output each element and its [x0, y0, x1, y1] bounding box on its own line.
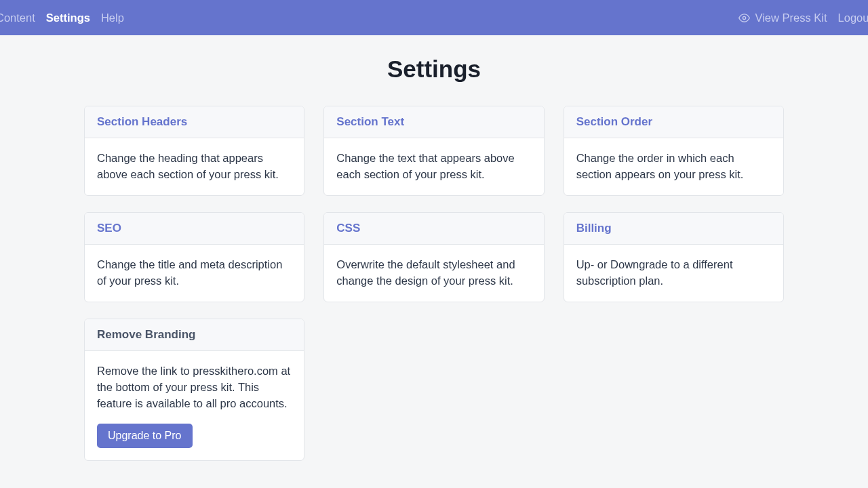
card-desc: Change the order in which each section a…: [576, 150, 771, 183]
card-body: Up- or Downgrade to a different subscrip…: [564, 245, 783, 302]
card-section-order: Section Order Change the order in which …: [564, 106, 784, 196]
page-title: Settings: [0, 56, 868, 83]
card-section-text: Section Text Change the text that appear…: [323, 106, 544, 196]
card-body: Change the order in which each section a…: [564, 138, 783, 195]
card-header: SEO: [85, 213, 304, 245]
card-header: Section Headers: [85, 106, 304, 138]
card-body: Overwrite the default stylesheet and cha…: [324, 245, 543, 302]
card-body: Change the title and meta description of…: [85, 245, 304, 302]
card-title-link[interactable]: Section Headers: [97, 115, 187, 128]
navbar: Content Settings Help View Press Kit Log…: [0, 0, 868, 35]
card-seo: SEO Change the title and meta descriptio…: [84, 212, 304, 302]
nav-link-logout[interactable]: Logout: [838, 12, 868, 24]
card-title-disabled: Remove Branding: [97, 328, 195, 341]
card-body: Change the heading that appears above ea…: [85, 138, 304, 195]
card-desc: Change the text that appears above each …: [336, 150, 531, 183]
card-desc: Remove the link to presskithero.com at t…: [97, 363, 292, 412]
upgrade-to-pro-button[interactable]: Upgrade to Pro: [97, 424, 193, 448]
nav-link-settings[interactable]: Settings: [46, 12, 90, 24]
cards-container: Section Headers Change the heading that …: [84, 106, 784, 461]
card-title-link[interactable]: Section Order: [576, 115, 652, 128]
card-header: Billing: [564, 213, 783, 245]
nav-link-view-press-kit[interactable]: View Press Kit: [738, 12, 827, 24]
card-desc: Overwrite the default stylesheet and cha…: [336, 257, 531, 289]
nav-link-help[interactable]: Help: [101, 12, 124, 24]
card-css: CSS Overwrite the default stylesheet and…: [323, 212, 544, 302]
card-section-headers: Section Headers Change the heading that …: [84, 106, 304, 196]
card-remove-branding: Remove Branding Remove the link to press…: [84, 319, 304, 462]
card-desc: Change the heading that appears above ea…: [97, 150, 292, 183]
card-title-link[interactable]: Section Text: [336, 115, 404, 128]
svg-point-0: [743, 16, 746, 19]
card-body: Remove the link to presskithero.com at t…: [85, 351, 304, 461]
card-title-link[interactable]: Billing: [576, 222, 612, 235]
card-header: Section Order: [564, 106, 783, 138]
card-desc: Change the title and meta description of…: [97, 257, 292, 289]
card-header: CSS: [324, 213, 543, 245]
card-header: Remove Branding: [85, 319, 304, 351]
card-title-link[interactable]: SEO: [97, 222, 121, 235]
navbar-right: View Press Kit Logout: [738, 12, 868, 24]
navbar-left: Content Settings Help: [0, 12, 124, 24]
card-header: Section Text: [324, 106, 543, 138]
eye-icon: [738, 12, 750, 24]
card-desc: Up- or Downgrade to a different subscrip…: [576, 257, 771, 289]
nav-link-view-press-kit-label: View Press Kit: [755, 12, 827, 24]
nav-link-content[interactable]: Content: [0, 12, 35, 24]
card-body: Change the text that appears above each …: [324, 138, 543, 195]
card-billing: Billing Up- or Downgrade to a different …: [564, 212, 784, 302]
card-title-link[interactable]: CSS: [336, 222, 360, 235]
